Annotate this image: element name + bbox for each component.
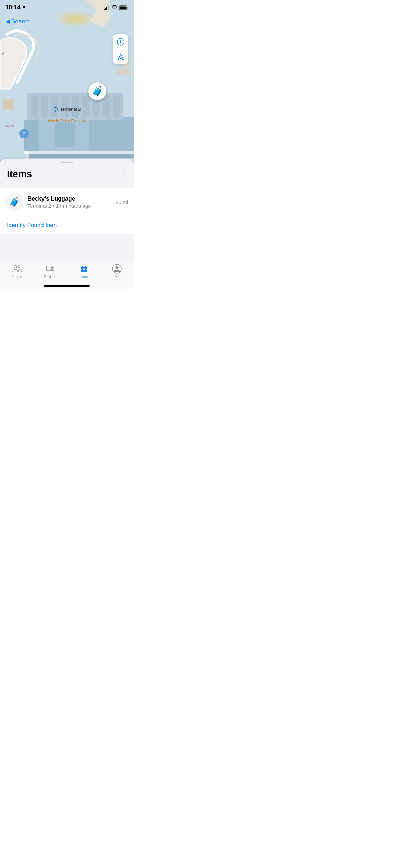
item-location: Terminal 2 • 14 minutes ago bbox=[27, 203, 111, 209]
tab-me[interactable]: Me bbox=[100, 264, 134, 279]
me-icon bbox=[112, 264, 122, 274]
svg-point-48 bbox=[84, 269, 87, 272]
svg-rect-17 bbox=[21, 151, 134, 154]
item-icon: 🧳 bbox=[5, 193, 23, 211]
items-tab-icon bbox=[79, 265, 88, 273]
signal-icon bbox=[104, 5, 110, 10]
item-distance: 20 mi bbox=[116, 199, 128, 205]
svg-rect-31 bbox=[104, 9, 105, 10]
devices-tab-label: Devices bbox=[44, 275, 56, 279]
svg-point-46 bbox=[84, 266, 87, 269]
add-item-button[interactable]: + bbox=[121, 169, 127, 179]
svg-rect-12 bbox=[82, 96, 89, 117]
svg-point-47 bbox=[81, 269, 84, 272]
identify-found-item-button[interactable]: Identify Found Item bbox=[7, 222, 57, 228]
svg-text:INGE: INGE bbox=[1, 47, 5, 55]
svg-point-42 bbox=[18, 266, 20, 268]
svg-rect-24 bbox=[117, 69, 130, 75]
people-tab-label: People bbox=[11, 275, 22, 279]
map-location-button[interactable] bbox=[113, 49, 128, 64]
map-view[interactable]: P ↓ en Inn INGE ✈️ Terminal 2 World Duty… bbox=[0, 0, 134, 178]
identify-found-item-section: Identify Found Item bbox=[0, 216, 134, 234]
item-card[interactable]: 🧳 Becky's Luggage Terminal 2 • 14 minute… bbox=[0, 188, 134, 216]
map-info-button[interactable] bbox=[113, 34, 128, 49]
navigation-icon bbox=[117, 53, 124, 61]
sheet-header: Items + bbox=[0, 166, 134, 184]
svg-rect-5 bbox=[89, 117, 134, 151]
devices-tab-icon bbox=[45, 265, 55, 273]
wifi-icon bbox=[112, 5, 117, 10]
tab-devices[interactable]: Devices bbox=[34, 264, 67, 279]
svg-text:↓: ↓ bbox=[23, 137, 25, 143]
sheet-title: Items bbox=[7, 169, 32, 180]
svg-text:P: P bbox=[22, 131, 25, 136]
svg-rect-21 bbox=[3, 99, 14, 110]
items-icon bbox=[79, 264, 88, 274]
item-name: Becky's Luggage bbox=[27, 195, 111, 202]
people-icon bbox=[12, 264, 22, 274]
svg-rect-14 bbox=[103, 96, 110, 117]
svg-rect-4 bbox=[55, 123, 75, 147]
svg-rect-33 bbox=[106, 7, 107, 10]
svg-point-45 bbox=[81, 266, 84, 269]
devices-icon bbox=[45, 264, 55, 274]
status-bar: 10:14 bbox=[0, 0, 134, 15]
svg-rect-34 bbox=[108, 5, 109, 10]
svg-text:en Inn: en Inn bbox=[5, 124, 14, 128]
svg-rect-44 bbox=[51, 267, 54, 271]
status-time: 10:14 bbox=[5, 4, 26, 11]
svg-point-41 bbox=[14, 265, 17, 268]
search-back-button[interactable]: ◀ Search bbox=[5, 18, 30, 25]
svg-point-39 bbox=[120, 40, 121, 41]
tab-items[interactable]: Items bbox=[67, 264, 100, 279]
svg-rect-15 bbox=[113, 96, 120, 117]
people-tab-icon bbox=[12, 265, 22, 273]
map-pin-luggage[interactable]: 🧳 bbox=[88, 82, 106, 100]
home-indicator bbox=[44, 285, 90, 287]
svg-point-50 bbox=[116, 266, 119, 269]
me-tab-icon bbox=[112, 264, 122, 274]
location-icon bbox=[22, 5, 26, 10]
svg-rect-32 bbox=[105, 8, 106, 10]
sheet-handle[interactable] bbox=[61, 162, 73, 163]
svg-rect-37 bbox=[120, 6, 127, 9]
me-tab-label: Me bbox=[114, 275, 119, 279]
tab-people[interactable]: People bbox=[0, 264, 34, 279]
items-tab-label: Items bbox=[80, 275, 88, 279]
svg-rect-36 bbox=[127, 7, 128, 9]
status-icons bbox=[104, 5, 128, 10]
svg-rect-7 bbox=[31, 96, 38, 117]
info-icon bbox=[117, 38, 125, 46]
svg-rect-8 bbox=[41, 96, 48, 117]
item-info: Becky's Luggage Terminal 2 • 14 minutes … bbox=[27, 195, 111, 209]
map-controls bbox=[113, 34, 128, 64]
terminal-label: ✈️ Terminal 2 bbox=[53, 106, 81, 112]
duty-free-label: World Duty Free 🛍 bbox=[48, 118, 86, 123]
svg-rect-40 bbox=[120, 41, 121, 43]
battery-icon bbox=[119, 5, 128, 10]
